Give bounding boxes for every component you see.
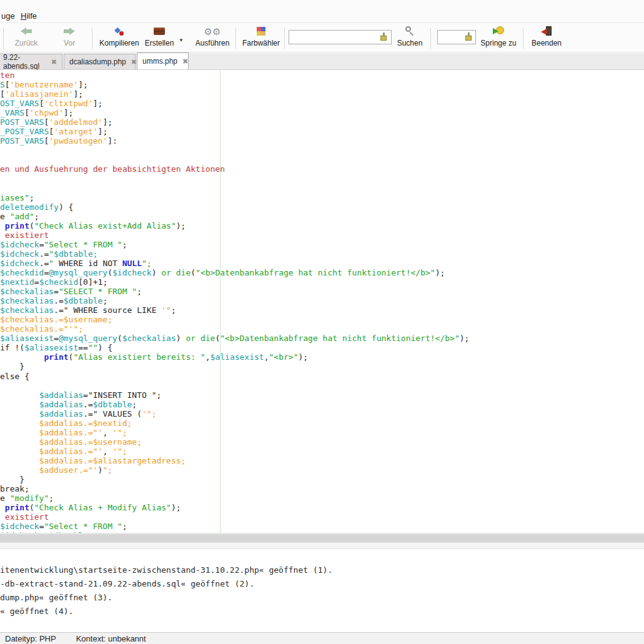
search-input[interactable] [289,30,392,44]
scrollbar-thumb[interactable] [0,534,644,542]
color-label: Farbwähler [242,39,280,47]
quit-door-icon [541,25,552,37]
search-label: Suchen [397,39,423,47]
code-line: if !($aliasexist=="") { [0,343,469,352]
build-brick-icon [154,25,165,37]
tab-close-icon[interactable]: ✖ [131,59,137,66]
code-line: e "modify"; [0,493,469,503]
forward-label: Vor [64,39,75,47]
forward-arrow-icon [64,25,75,37]
code-line: $idcheck="Select * FROM "; [0,522,469,531]
code-line [0,174,469,184]
geany-window: uge Hilfe Zurück Vor ◆ Kompilieren Erste… [0,0,644,644]
code-line: $aliasexist=@mysql_query($checkalias) or… [0,334,469,343]
run-button[interactable]: ⚙⚙ Ausführen [195,25,230,51]
back-label: Zurück [15,39,38,47]
color-chooser-button[interactable]: Farbwähler [242,25,280,51]
quit-button[interactable]: Beenden [531,25,562,51]
code-line: ten [0,71,469,80]
code-line: else { [0,372,469,381]
back-arrow-icon [21,25,32,37]
code-line: _POST_VARS['atarget']; [0,127,469,136]
pane-splitter[interactable] [0,542,644,549]
tab-label: umms.php [142,57,177,66]
code-line: $nextid=$checkid[0]+1; [0,277,469,287]
compile-icon: ◆ [114,25,125,37]
tab-close-icon[interactable]: ✖ [51,59,57,66]
code-line: $checkalias.="'"; [0,324,469,334]
code-line: $checkalias.=$username; [0,315,469,324]
code-line [0,184,469,193]
code-line: $idcheck="Select * FROM "; [0,240,469,249]
tab-sql-file[interactable]: 9.22-abends.sql ✖ [0,54,62,69]
code-line [0,146,469,155]
code-line: break; [0,484,469,493]
code-line: $checkalias.=$dbtable; [0,296,469,305]
run-label: Ausführen [196,39,230,47]
statusbar-context: Kontext: unbekannt [76,634,146,643]
back-button[interactable]: Zurück [11,25,41,51]
toolbar-separator [235,27,236,49]
tabbar: 9.22-abends.sql ✖ dcaliasdump.php ✖ umms… [0,53,644,70]
tab-umms-active[interactable]: umms.php ✖ [137,52,189,69]
code-line: } [0,475,469,484]
status-message: -db-extract-stand-21.09.22-abends.sql« g… [0,577,644,591]
code-line: S['benutzername']; [0,80,469,89]
code-line: existiert [0,512,469,522]
search-button[interactable]: Suchen [395,25,425,51]
code-line: $addalias="INSERT INTO "; [0,390,469,400]
statusbar-filetype: Dateityp: PHP [5,634,56,643]
goto-label: Springe zu [480,39,516,47]
code-line: print("Check Alias exist+Add Alias"); [0,221,469,230]
menu-item-hilfe[interactable]: Hilfe [21,11,37,21]
code-line: iases"; [0,193,469,202]
build-dropdown-icon[interactable]: ▼ [179,37,184,43]
run-gears-icon: ⚙⚙ [204,25,221,37]
code-line: $checkalias="SELECT * FROM "; [0,287,469,296]
toolbar-separator [3,27,4,49]
tab-close-icon[interactable]: ✖ [182,58,188,65]
code-line: ['alisasjanein']; [0,89,469,99]
code-line: $idcheck.=" WHERE id NOT NULL"; [0,259,469,268]
code-line: $adduser.="')"; [0,465,469,475]
statusbar: Dateityp: PHP Kontext: unbekannt [0,632,644,644]
search-field-brush-icon [380,32,387,41]
code-line [0,155,469,164]
code-line: $checkalias.=" WHERE source LIKE '"; [0,305,469,315]
menubar: uge Hilfe [0,0,644,23]
menu-accel: H [21,11,26,21]
search-magnifier-icon [405,25,415,37]
forward-button[interactable]: Vor [55,25,84,51]
code-line: $addalias.=$username; [0,437,469,447]
goto-button[interactable]: Springe zu [481,25,516,51]
status-message: dump.php« geöffnet (3). [0,591,644,605]
code-line: POST_VARS['pwdautogen']: [0,136,469,146]
tab-dcaliasdump[interactable]: dcaliasdump.php ✖ [64,54,136,69]
build-button[interactable]: Erstellen [142,25,176,51]
toolbar: Zurück Vor ◆ Kompilieren Erstellen ▼ ⚙⚙ … [0,24,644,52]
goto-field-brush-icon [465,32,472,41]
tab-label: 9.22-abends.sql [3,53,46,71]
quit-label: Beenden [532,39,562,47]
code-line: $addalias.=$dbtable; [0,400,469,409]
toolbar-separator [284,27,285,49]
goto-arrow-icon [493,25,504,37]
horizontal-scrollbar[interactable] [0,533,644,542]
compile-label: Kompilieren [99,39,139,47]
code-line: e "add"; [0,212,469,221]
compile-button[interactable]: ◆ Kompilieren [97,25,141,51]
code-line: $addalias.=$aliastargetadress; [0,456,469,465]
code-line: print("Alias existiert bereits: ",$alias… [0,352,469,362]
code-line: deletemodify) { [0,202,469,212]
menu-item-werkzeuge[interactable]: uge [1,11,15,21]
code-editor[interactable]: tenS['benutzername'];['alisasjanein'];OS… [0,70,644,533]
code-line: $addalias.="', '"; [0,447,469,456]
color-chooser-icon [257,25,265,37]
code-line: $addalias.=$nextid; [0,419,469,428]
code-line: $idcheck.="$dbtable; [0,249,469,259]
status-message-panel: itenentwicklung\startseite-zwischenstand… [0,550,644,632]
code-line: OST_VARS['cltxtpwd']; [0,99,469,108]
code-line: } [0,362,469,371]
toolbar-separator [523,27,523,49]
code-line: POST_VARS['adddelmod']; [0,117,469,127]
